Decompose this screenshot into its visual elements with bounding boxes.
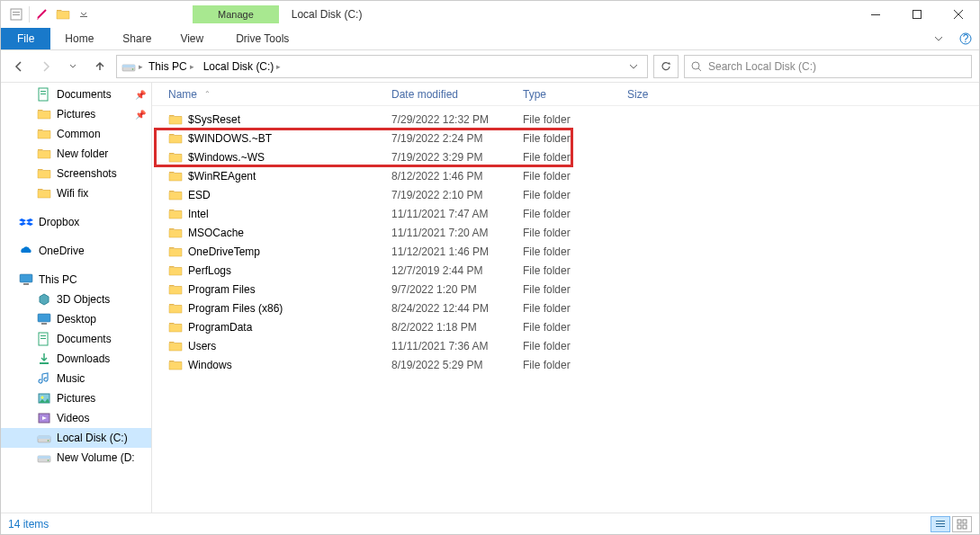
search-input[interactable] xyxy=(708,60,966,73)
sidebar-item[interactable]: 3D Objects xyxy=(1,290,151,309)
sort-caret-icon: ⌃ xyxy=(204,90,211,98)
sidebar-item[interactable]: Common xyxy=(1,124,151,144)
sidebar-item[interactable]: Pictures📌 xyxy=(1,104,151,124)
folder-icon xyxy=(168,301,183,316)
sidebar-item[interactable]: Downloads xyxy=(1,349,151,369)
file-date: 12/7/2019 2:44 PM xyxy=(384,264,516,277)
file-name: Users xyxy=(188,340,216,352)
recent-dropdown-icon[interactable] xyxy=(62,56,84,77)
search-box[interactable] xyxy=(684,55,972,78)
sidebar-item[interactable]: Documents xyxy=(1,329,151,349)
table-row[interactable]: PerfLogs12/7/2019 2:44 PMFile folder xyxy=(152,261,979,280)
sidebar-item[interactable]: Local Disk (C:) xyxy=(1,428,151,448)
minimize-button[interactable] xyxy=(855,1,896,28)
qat-properties-icon[interactable] xyxy=(32,4,52,24)
sidebar-item[interactable]: Pictures xyxy=(1,388,151,408)
folder-icon xyxy=(37,127,51,141)
qat-dropdown-icon[interactable] xyxy=(74,4,94,24)
column-type[interactable]: Type xyxy=(516,88,620,101)
qat-folder-icon[interactable] xyxy=(53,4,73,24)
nav-this-pc[interactable]: This PC xyxy=(1,270,151,290)
file-date: 8/24/2022 12:44 PM xyxy=(384,302,516,315)
view-details-button[interactable] xyxy=(931,516,950,532)
file-name: ESD xyxy=(188,189,211,201)
ribbon-tab-drive-tools[interactable]: Drive Tools xyxy=(221,28,303,49)
sidebar-item-label: Videos xyxy=(57,412,89,424)
sidebar-item[interactable]: Documents📌 xyxy=(1,85,151,104)
chevron-right-icon[interactable]: ▸ xyxy=(139,62,143,71)
table-row[interactable]: Windows8/19/2022 5:29 PMFile folder xyxy=(152,355,979,374)
back-button[interactable] xyxy=(8,56,30,77)
svg-rect-19 xyxy=(40,338,46,339)
help-icon[interactable]: ? xyxy=(952,28,979,49)
nav-dropbox[interactable]: Dropbox xyxy=(1,212,151,232)
svg-rect-18 xyxy=(40,335,46,336)
table-row[interactable]: ESD7/19/2022 2:10 PMFile folder xyxy=(152,185,979,204)
column-date[interactable]: Date modified xyxy=(384,88,516,101)
file-date: 11/11/2021 7:36 AM xyxy=(384,340,516,352)
breadcrumb-this-pc[interactable]: This PC▸ xyxy=(145,58,198,75)
table-row[interactable]: $WinREAgent8/12/2022 1:46 PMFile folder xyxy=(152,166,979,185)
sidebar-item[interactable]: New Volume (D: xyxy=(1,448,151,468)
table-row[interactable]: MSOCache11/11/2021 7:20 AMFile folder xyxy=(152,223,979,242)
breadcrumb-local-disk[interactable]: Local Disk (C:)▸ xyxy=(200,58,285,75)
sidebar-item-label: Local Disk (C:) xyxy=(57,432,128,444)
folder-icon xyxy=(168,131,183,146)
sidebar-item[interactable]: Screenshots xyxy=(1,164,151,183)
ribbon-expand-icon[interactable] xyxy=(925,28,952,49)
file-type: File folder xyxy=(516,302,620,315)
file-date: 11/11/2021 7:20 AM xyxy=(384,227,516,239)
table-row[interactable]: OneDriveTemp11/12/2021 1:46 PMFile folde… xyxy=(152,242,979,261)
file-type: File folder xyxy=(516,227,620,239)
table-row[interactable]: Program Files9/7/2022 1:20 PMFile folder xyxy=(152,280,979,299)
sidebar-item[interactable]: Music xyxy=(1,369,151,388)
ribbon-tab-view[interactable]: View xyxy=(166,28,218,49)
column-name[interactable]: Name⌃ xyxy=(161,88,384,101)
sidebar-item[interactable]: Wifi fix xyxy=(1,183,151,203)
up-button[interactable] xyxy=(89,56,111,77)
table-row[interactable]: $Windows.~WS7/19/2022 3:29 PMFile folder xyxy=(152,147,979,166)
file-date: 8/2/2022 1:18 PM xyxy=(384,321,516,334)
svg-rect-26 xyxy=(936,526,945,527)
svg-rect-25 xyxy=(936,523,945,524)
sidebar-item-label: Documents xyxy=(57,333,112,345)
navigation-pane[interactable]: Documents📌Pictures📌CommonNew folderScree… xyxy=(1,83,152,513)
sidebar-item[interactable]: Desktop xyxy=(1,309,151,329)
forward-button[interactable] xyxy=(35,56,57,77)
svg-rect-27 xyxy=(958,520,961,523)
table-row[interactable]: Users11/11/2021 7:36 AMFile folder xyxy=(152,336,979,355)
ribbon-file-tab[interactable]: File xyxy=(1,28,50,49)
folder-icon xyxy=(168,150,183,165)
nav-onedrive[interactable]: OneDrive xyxy=(1,241,151,261)
table-row[interactable]: $SysReset7/29/2022 12:32 PMFile folder xyxy=(152,110,979,129)
ribbon-tab-share[interactable]: Share xyxy=(108,28,166,49)
refresh-button[interactable] xyxy=(653,55,679,78)
sidebar-item-label: New folder xyxy=(57,147,108,160)
view-icons-button[interactable] xyxy=(952,516,972,532)
file-name: OneDriveTemp xyxy=(188,245,260,258)
folder-icon xyxy=(168,188,183,202)
svg-point-22 xyxy=(41,397,44,399)
contextual-tab-manage[interactable]: Manage xyxy=(193,5,279,23)
qat-filemenu-icon[interactable] xyxy=(6,4,26,24)
column-size[interactable]: Size xyxy=(620,88,683,101)
sidebar-item[interactable]: Videos xyxy=(1,408,151,428)
svg-rect-20 xyxy=(40,362,49,364)
svg-text:?: ? xyxy=(963,32,969,45)
ribbon-tab-home[interactable]: Home xyxy=(50,28,108,49)
address-bar[interactable]: ▸ This PC▸ Local Disk (C:)▸ xyxy=(116,55,648,78)
maximize-button[interactable] xyxy=(896,1,938,28)
onedrive-icon xyxy=(19,244,33,258)
drive-icon xyxy=(37,431,51,445)
table-row[interactable]: Intel11/11/2021 7:47 AMFile folder xyxy=(152,204,979,223)
svg-rect-28 xyxy=(963,520,967,523)
table-row[interactable]: Program Files (x86)8/24/2022 12:44 PMFil… xyxy=(152,299,979,317)
close-button[interactable] xyxy=(938,1,979,28)
table-row[interactable]: $WINDOWS.~BT7/19/2022 2:24 PMFile folder xyxy=(152,129,979,147)
svg-rect-7 xyxy=(13,14,20,15)
table-row[interactable]: ProgramData8/2/2022 1:18 PMFile folder xyxy=(152,317,979,336)
folder-icon xyxy=(37,107,51,121)
address-toolbar: ▸ This PC▸ Local Disk (C:)▸ xyxy=(1,50,979,83)
sidebar-item[interactable]: New folder xyxy=(1,144,151,164)
address-dropdown-icon[interactable] xyxy=(624,62,643,71)
